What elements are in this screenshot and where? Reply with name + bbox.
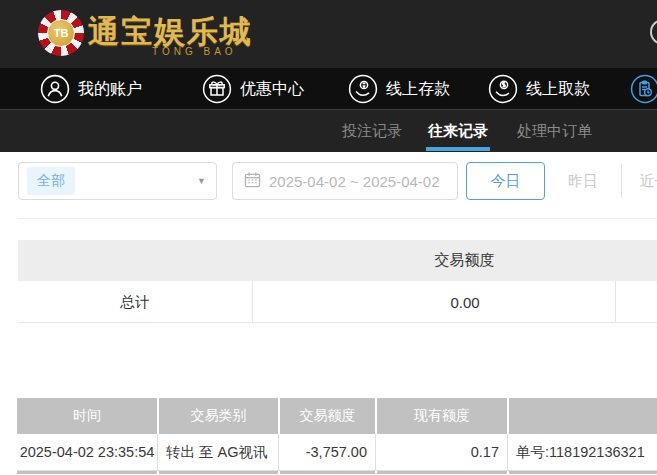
chevron-down-icon: ▼ bbox=[197, 176, 206, 186]
cell-note: 单号:118192136321 bbox=[507, 434, 657, 470]
table-row: 2025-04-02 23:35:54 转出 至 AG视讯 -3,757.00 … bbox=[17, 434, 657, 471]
withdraw-icon bbox=[488, 74, 518, 104]
calendar-icon bbox=[244, 171, 261, 191]
tab-bar: 投注记录 往来记录 处理中订单 bbox=[0, 110, 657, 152]
tab-label: 投注记录 bbox=[342, 122, 402, 141]
quick-range-today-button[interactable]: 今日 bbox=[466, 162, 545, 200]
cropped-circle-icon bbox=[650, 19, 657, 45]
nav-label: 线上取款 bbox=[526, 79, 590, 100]
nav-item-promotions[interactable]: 优惠中心 bbox=[202, 68, 304, 110]
nav-item-withdraw[interactable]: 线上取款 bbox=[488, 68, 590, 110]
tab-label: 处理中订单 bbox=[517, 122, 592, 141]
cell-time: 2025-04-02 23:35:54 bbox=[17, 434, 157, 470]
casino-chip-logo-icon: TB bbox=[38, 10, 84, 56]
cell-type: 转出 至 AG视讯 bbox=[157, 434, 278, 470]
date-range-value: 2025-04-02 ~ 2025-04-02 bbox=[269, 173, 440, 190]
chip-initials: TB bbox=[47, 19, 75, 47]
summary-total-value: 0.00 bbox=[252, 281, 615, 323]
date-range-input[interactable]: 2025-04-02 ~ 2025-04-02 bbox=[232, 162, 458, 200]
summary-amount-header: 交易额度 bbox=[252, 251, 615, 270]
deposit-icon bbox=[348, 74, 378, 104]
brand-bar: TB 通宝娱乐城 TONG BAO bbox=[0, 0, 657, 68]
next-row-cropped bbox=[17, 471, 657, 474]
nav-label: 优惠中心 bbox=[240, 79, 304, 100]
col-header-note bbox=[507, 398, 657, 434]
main-nav: 我的账户 优惠中心 线上存款 bbox=[0, 68, 657, 110]
nav-label: 线上存款 bbox=[386, 79, 450, 100]
user-icon bbox=[40, 74, 70, 104]
records-table: 时间 交易类别 交易额度 现有额度 2025-04-02 23:35:54 转出… bbox=[17, 398, 657, 474]
records-icon bbox=[630, 74, 657, 104]
col-header-amount: 交易额度 bbox=[278, 398, 375, 434]
selected-type-tag[interactable]: 全部 bbox=[27, 167, 75, 195]
summary-total-row: 总计 0.00 bbox=[18, 281, 657, 323]
tab-betting-records[interactable]: 投注记录 bbox=[342, 110, 402, 152]
gift-icon bbox=[202, 74, 232, 104]
cell-balance: 0.17 bbox=[375, 434, 507, 470]
tab-processing-orders[interactable]: 处理中订单 bbox=[517, 110, 592, 152]
type-select[interactable]: 全部 ▼ bbox=[18, 162, 217, 200]
records-header-row: 时间 交易类别 交易额度 现有额度 bbox=[17, 398, 657, 434]
brand-name-latin: TONG BAO bbox=[152, 46, 237, 57]
summary-table: 交易额度 总计 0.00 bbox=[18, 240, 657, 323]
cell-amount: -3,757.00 bbox=[278, 434, 375, 470]
nav-item-transaction-records[interactable] bbox=[630, 68, 657, 110]
section-divider bbox=[18, 218, 657, 219]
col-header-type: 交易类别 bbox=[157, 398, 278, 434]
col-header-time: 时间 bbox=[17, 398, 157, 434]
quick-range-yesterday-button[interactable]: 昨日 bbox=[545, 164, 622, 198]
nav-item-deposit[interactable]: 线上存款 bbox=[348, 68, 450, 110]
tab-transaction-records[interactable]: 往来记录 bbox=[428, 110, 488, 152]
summary-total-label: 总计 bbox=[18, 281, 252, 323]
nav-label: 我的账户 bbox=[78, 79, 142, 100]
col-header-balance: 现有额度 bbox=[375, 398, 507, 434]
nav-item-my-account[interactable]: 我的账户 bbox=[40, 68, 142, 110]
transaction-records-page: TB 通宝娱乐城 TONG BAO 我的账户 优惠中 bbox=[0, 0, 657, 475]
tab-label: 往来记录 bbox=[428, 122, 488, 141]
quick-range-7days-button[interactable]: 近七日 bbox=[622, 164, 657, 198]
summary-header-row: 交易额度 bbox=[18, 240, 657, 281]
